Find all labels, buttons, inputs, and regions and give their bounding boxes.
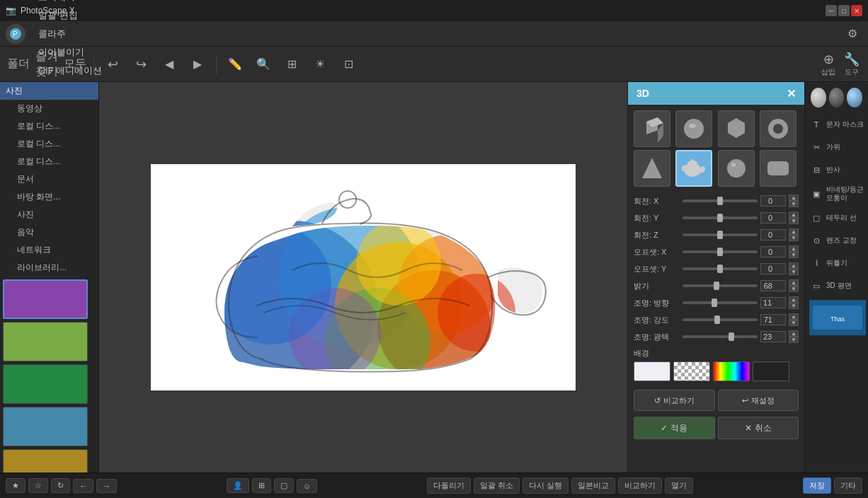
spinner-down-brightness[interactable]: ▼ <box>789 286 799 292</box>
search-btn[interactable]: 🔍 <box>251 52 276 77</box>
fav-btn[interactable]: ☆ <box>28 478 48 493</box>
compare2-btn[interactable]: 비교하기 <box>618 477 662 494</box>
reset-button[interactable]: ↩ 재설정 <box>718 390 799 411</box>
spinner-down-offset_x[interactable]: ▼ <box>789 252 799 258</box>
thumbnail-thumb1[interactable] <box>3 279 88 319</box>
apply-button[interactable]: ✓ 적용 <box>634 417 715 439</box>
more-btn[interactable]: 기타 <box>834 477 862 494</box>
cancel-button[interactable]: ✕ 취소 <box>718 417 799 439</box>
control-slider-light_dir[interactable] <box>683 301 758 304</box>
spinner-up-offset_x[interactable]: ▲ <box>789 245 799 252</box>
shape-btn-sphere[interactable] <box>675 110 712 147</box>
brightness-btn[interactable]: ☀ <box>307 52 333 77</box>
spinner-up-brightness[interactable]: ▲ <box>789 279 799 286</box>
shape-btn-donut[interactable] <box>760 110 796 147</box>
spinner-up-light_int[interactable]: ▲ <box>789 313 799 320</box>
spinner-up-rotate_y[interactable]: ▲ <box>789 212 799 218</box>
control-number-rotate_x[interactable] <box>760 195 786 207</box>
sidebar-item-1[interactable]: 동영상 <box>0 100 98 117</box>
menu-item-crop[interactable]: 오려내기 <box>30 0 110 6</box>
app-logo[interactable]: P <box>6 24 25 44</box>
control-number-offset_x[interactable] <box>760 246 786 257</box>
spinner-up-light_dir[interactable]: ▲ <box>789 296 799 303</box>
sidebar-item-8[interactable]: 음악 <box>0 224 98 241</box>
bg-swatch-gradient[interactable] <box>713 361 750 381</box>
sidebar-item-5[interactable]: 문서 <box>0 170 98 188</box>
right-btn[interactable]: ▶ <box>185 52 210 77</box>
control-number-offset_y[interactable] <box>760 263 786 274</box>
shape-btn-hexagon[interactable] <box>718 110 755 147</box>
sidebar-item-9[interactable]: 네트워크 <box>0 241 98 259</box>
right-tool-scissors[interactable]: ✂ 가위 <box>805 136 868 158</box>
menu-item-batch[interactable]: 일괄 편집 <box>30 6 110 25</box>
right-tool-border[interactable]: ▢ 테두리 선 <box>805 207 868 229</box>
all-nav[interactable]: 모두 <box>62 52 88 77</box>
back-btn[interactable]: ← <box>73 479 93 493</box>
folder-nav[interactable]: 폴더 <box>6 52 31 77</box>
minimize-button[interactable]: ─ <box>826 5 837 16</box>
right-tool-preview[interactable]: Thas <box>809 300 866 335</box>
control-slider-light_spread[interactable] <box>683 335 758 338</box>
right-tool-vignette[interactable]: ▣ 비네팅/등근 모퉁이 <box>805 181 868 207</box>
spinner-down-rotate_y[interactable]: ▼ <box>789 218 799 224</box>
shape-btn-teapot[interactable] <box>675 150 712 187</box>
spinner-down-offset_y[interactable]: ▼ <box>789 269 799 275</box>
spinner-up-rotate_z[interactable]: ▲ <box>789 228 799 235</box>
favorites-nav[interactable]: 즐겨찾기 <box>34 52 59 77</box>
spinner-down-light_int[interactable]: ▼ <box>789 320 799 326</box>
control-slider-offset_y[interactable] <box>683 267 758 270</box>
spinner-up-rotate_x[interactable]: ▲ <box>789 195 799 201</box>
undo-btn[interactable]: ↩ <box>100 52 125 77</box>
save-btn[interactable]: 저장 <box>803 477 831 494</box>
shape-btn-cone[interactable] <box>634 150 670 187</box>
control-number-brightness[interactable] <box>760 280 786 291</box>
star-btn[interactable]: ★ <box>6 478 25 493</box>
sidebar-item-6[interactable]: 바탕 화면... <box>0 188 98 206</box>
menu-item-collage[interactable]: 콜라주 <box>30 25 110 43</box>
left-btn[interactable]: ◀ <box>156 52 182 77</box>
panel-close-button[interactable]: ✕ <box>787 87 796 100</box>
circle-blue[interactable] <box>847 88 862 108</box>
compare-bottom-btn[interactable]: 일본비교 <box>571 477 615 494</box>
redo-btn[interactable]: ↪ <box>128 52 154 77</box>
thumbnail-thumb3[interactable] <box>3 364 88 404</box>
thumbnail-thumb5[interactable] <box>3 449 88 473</box>
grid-btn[interactable]: ⊞ <box>279 52 304 77</box>
control-number-rotate_z[interactable] <box>760 229 786 241</box>
control-slider-rotate_x[interactable] <box>683 199 758 202</box>
control-slider-rotate_y[interactable] <box>683 216 758 219</box>
insert-btn[interactable]: ⊕ 삽입 <box>818 50 838 79</box>
spinner-down-light_dir[interactable]: ▼ <box>789 303 799 309</box>
person-btn[interactable]: 👤 <box>227 478 249 493</box>
refresh-bottom-btn[interactable]: ↻ <box>51 478 70 493</box>
forward-btn[interactable]: → <box>96 479 117 493</box>
maximize-button[interactable]: □ <box>838 5 850 16</box>
edit-pen-btn[interactable]: ✏️ <box>222 52 248 77</box>
right-tool-3d-flat[interactable]: ▭ 3D 평면 <box>805 274 868 297</box>
bg-swatch-white[interactable] <box>634 361 670 381</box>
circle-dark[interactable] <box>829 88 845 108</box>
shape-btn-cube[interactable] <box>634 110 670 147</box>
right-tool-reflect[interactable]: ⊟ 반사 <box>805 158 868 181</box>
control-slider-light_int[interactable] <box>683 318 758 321</box>
face-btn[interactable]: ☺ <box>297 479 317 493</box>
control-slider-rotate_z[interactable] <box>683 233 758 236</box>
bg-swatch-checker[interactable] <box>673 361 710 381</box>
sidebar-item-10[interactable]: 라이브러리... <box>0 259 98 277</box>
control-number-rotate_y[interactable] <box>760 212 786 224</box>
batch-cancel-btn[interactable]: 일괄 취소 <box>474 477 520 494</box>
close-button[interactable]: ✕ <box>851 5 862 16</box>
spinner-down-rotate_x[interactable]: ▼ <box>789 201 799 207</box>
settings-button[interactable]: ⚙ <box>843 24 862 44</box>
control-slider-brightness[interactable] <box>683 284 758 287</box>
thumbnail-thumb4[interactable] <box>3 407 88 446</box>
sidebar-item-2[interactable]: 로컬 디스... <box>0 117 98 135</box>
shape-btn-ball[interactable] <box>718 150 755 187</box>
tools-btn[interactable]: 🔧 도구 <box>841 50 862 79</box>
shape-btn-rounded-rect[interactable] <box>760 150 796 187</box>
sidebar-item-0[interactable]: 사진 <box>0 82 98 100</box>
crop-toolbar-btn[interactable]: ⊡ <box>336 52 361 77</box>
redo-bottom-btn[interactable]: 다시 실행 <box>522 477 569 494</box>
spinner-up-light_spread[interactable]: ▲ <box>789 330 799 337</box>
sidebar-item-3[interactable]: 로컬 디스... <box>0 135 98 153</box>
